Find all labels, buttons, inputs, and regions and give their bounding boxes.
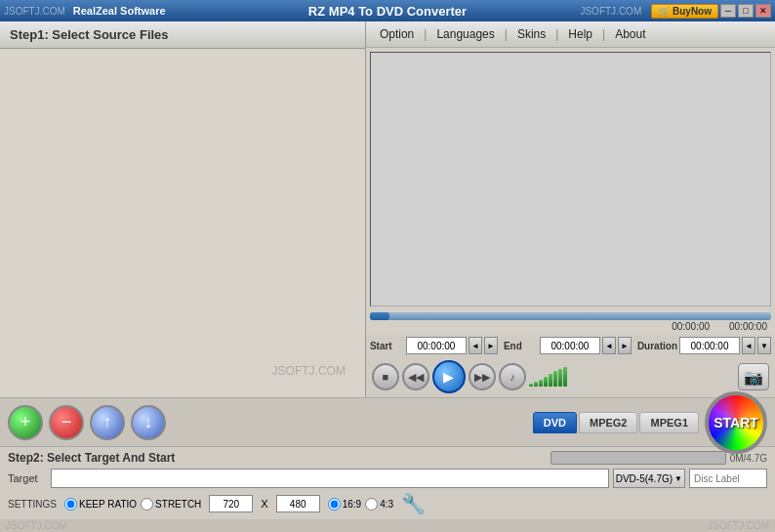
- app-name: RealZeal Software: [73, 5, 166, 17]
- preview-area: [370, 52, 771, 307]
- next-button[interactable]: ▶▶: [469, 363, 496, 390]
- ratio-16-9-radio[interactable]: 16:9: [328, 498, 361, 511]
- target-input[interactable]: [51, 469, 609, 488]
- audio-button[interactable]: ♪: [499, 363, 526, 390]
- end-time-input[interactable]: [540, 337, 600, 354]
- close-button[interactable]: ✕: [755, 4, 771, 18]
- settings-row: SETTINGS KEEP RATIO STRETCH X 16:9: [8, 492, 767, 515]
- step1-header: Step1: Select Source Files: [0, 21, 365, 49]
- menu-option[interactable]: Option: [374, 25, 420, 43]
- end-label: End: [504, 341, 538, 351]
- volume-bars: [529, 367, 567, 387]
- menu-skins[interactable]: Skins: [511, 25, 551, 43]
- duration-label: Duration: [637, 341, 677, 351]
- time-total: 00:00:00: [729, 321, 767, 332]
- stop-button[interactable]: ■: [372, 363, 399, 390]
- main-container: Step1: Select Source Files JSOFTJ.COM Op…: [0, 21, 775, 532]
- move-up-button[interactable]: ↑: [90, 405, 125, 440]
- step2-section: Step2: Select Target And Start 0M/4.7G T…: [0, 446, 775, 519]
- volume-bar: [544, 377, 548, 387]
- ratio-4-3-radio[interactable]: 4:3: [365, 498, 393, 511]
- step2-header: Step2: Select Target And Start 0M/4.7G: [8, 451, 767, 465]
- target-label: Target: [8, 472, 47, 484]
- duration-right-arrow[interactable]: ▼: [757, 337, 771, 354]
- dropdown-arrow: ▼: [674, 474, 682, 483]
- minimize-button[interactable]: ─: [720, 4, 736, 18]
- duration-time-input[interactable]: [679, 337, 740, 354]
- progress-bar-container: [551, 451, 726, 465]
- start-label: Start: [370, 341, 404, 351]
- buy-now-button[interactable]: 🛒 BuyNow: [651, 4, 718, 19]
- time-controls: Start ◄ ► End ◄ ► Duration ◄ ▼: [366, 335, 775, 356]
- seek-bar-fill: [370, 312, 390, 320]
- volume-bar: [563, 367, 567, 387]
- top-section: Step1: Select Source Files JSOFTJ.COM Op…: [0, 21, 775, 397]
- start-button-inner: [709, 395, 763, 450]
- time-current: 00:00:00: [672, 321, 710, 332]
- right-panel: Option | Languages | Skins | Help | Abou…: [366, 21, 775, 397]
- title-bar-left: JSOFTJ.COM RealZeal Software: [4, 5, 166, 17]
- prev-button[interactable]: ◀◀: [402, 363, 429, 390]
- tr-watermark: JSOFTJ.COM: [580, 6, 641, 17]
- volume-bar: [539, 380, 543, 387]
- bottom-left-watermark: JSOFTJ.COM: [6, 520, 67, 531]
- screenshot-button[interactable]: 📷: [738, 363, 769, 390]
- seek-bar[interactable]: [370, 312, 771, 320]
- x-label: X: [261, 498, 267, 510]
- menu-sep-1: |: [422, 27, 428, 41]
- progress-info: 0M/4.7G: [730, 453, 767, 464]
- tl-watermark: JSOFTJ.COM: [4, 6, 65, 17]
- menu-help[interactable]: Help: [562, 25, 598, 43]
- ratio-group: KEEP RATIO STRETCH: [64, 498, 201, 511]
- tab-mpeg1[interactable]: MPEG1: [639, 412, 699, 433]
- volume-bar: [534, 382, 538, 387]
- menu-sep-2: |: [503, 27, 510, 41]
- duration-left-arrow[interactable]: ◄: [742, 337, 755, 354]
- menu-sep-4: |: [600, 27, 607, 41]
- tab-mpeg2[interactable]: MPEG2: [579, 412, 638, 433]
- settings-label: SETTINGS: [8, 499, 57, 510]
- aspect-ratio-group: 16:9 4:3: [328, 498, 393, 511]
- menu-bar: Option | Languages | Skins | Help | Abou…: [366, 21, 775, 48]
- step1-label: Step1: Select Source Files: [10, 27, 169, 42]
- start-button[interactable]: START: [705, 391, 767, 454]
- start-right-arrow[interactable]: ►: [484, 337, 498, 354]
- menu-languages[interactable]: Languages: [430, 25, 500, 43]
- target-row: Target DVD-5(4.7G) ▼: [8, 469, 767, 488]
- bottom-toolbar: + − ↑ ↓ DVD MPEG2 MPEG1 START: [0, 397, 775, 446]
- tab-dvd[interactable]: DVD: [533, 412, 577, 433]
- target-dropdown[interactable]: DVD-5(4.7G) ▼: [613, 469, 685, 488]
- disc-size-label: DVD-5(4.7G): [616, 473, 673, 484]
- left-panel: Step1: Select Source Files JSOFTJ.COM: [0, 21, 366, 397]
- wrench-icon[interactable]: 🔧: [401, 492, 426, 515]
- bottom-right-watermark: JSOFTJ.COM: [708, 520, 769, 531]
- volume-bar: [549, 374, 552, 387]
- window-title: RZ MP4 To DVD Converter: [308, 4, 467, 19]
- file-list-area[interactable]: JSOFTJ.COM: [0, 49, 365, 397]
- volume-bar: [553, 371, 557, 387]
- bottom-watermarks: JSOFTJ.COM JSOFTJ.COM: [0, 519, 775, 532]
- volume-bar: [558, 369, 562, 387]
- time-display: 00:00:00 00:00:00: [370, 320, 771, 333]
- title-bar: JSOFTJ.COM RealZeal Software RZ MP4 To D…: [0, 0, 775, 21]
- height-input[interactable]: [276, 495, 320, 512]
- maximize-button[interactable]: □: [738, 4, 754, 18]
- width-input[interactable]: [209, 495, 253, 512]
- move-down-button[interactable]: ↓: [131, 405, 166, 440]
- seek-bar-container: 00:00:00 00:00:00: [366, 310, 775, 335]
- keep-ratio-radio[interactable]: KEEP RATIO: [64, 498, 137, 511]
- title-bar-right: JSOFTJ.COM 🛒 BuyNow ─ □ ✕: [580, 4, 771, 19]
- start-left-arrow[interactable]: ◄: [469, 337, 482, 354]
- start-time-input[interactable]: [406, 337, 467, 354]
- disc-label-input[interactable]: [689, 469, 767, 488]
- stretch-radio[interactable]: STRETCH: [141, 498, 201, 511]
- remove-button[interactable]: −: [49, 405, 84, 440]
- menu-about[interactable]: About: [609, 25, 651, 43]
- end-right-arrow[interactable]: ►: [618, 337, 632, 354]
- playback-buttons: ■ ◀◀ ▶ ▶▶ ♪: [372, 360, 567, 393]
- playback-controls: ■ ◀◀ ▶ ▶▶ ♪ 📷: [366, 356, 775, 397]
- play-button[interactable]: ▶: [432, 360, 466, 393]
- menu-sep-3: |: [553, 27, 560, 41]
- add-button[interactable]: +: [8, 405, 43, 440]
- end-left-arrow[interactable]: ◄: [602, 337, 616, 354]
